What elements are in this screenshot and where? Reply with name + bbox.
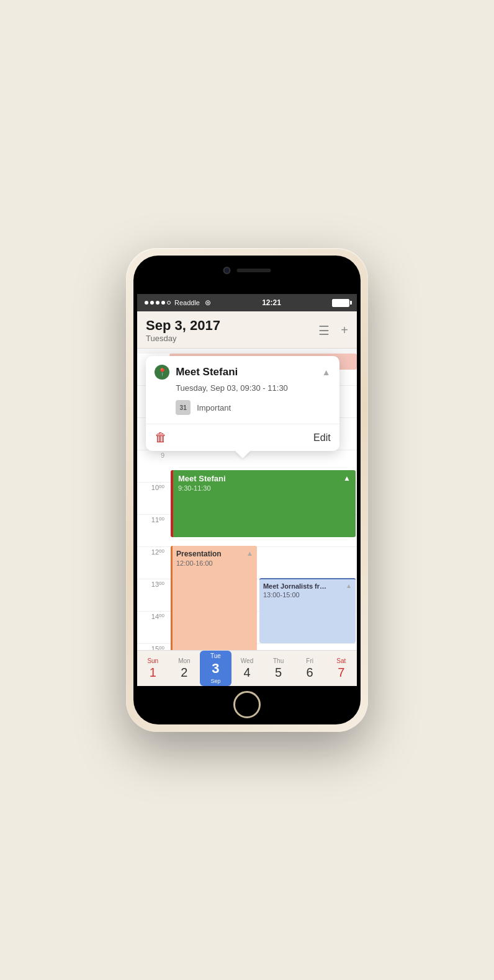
week-day-num-wed: 4 bbox=[243, 666, 250, 680]
week-day-thu[interactable]: Thu 5 bbox=[263, 651, 294, 686]
green-event-time: 9:30-11:30 bbox=[178, 484, 351, 492]
week-day-name-tue: Tue bbox=[210, 653, 221, 659]
week-day-name-mon: Mon bbox=[178, 657, 190, 664]
presentation-event[interactable]: Presentation ▲ 12:00-16:00 bbox=[171, 546, 257, 650]
edit-event-button[interactable]: Edit bbox=[313, 432, 331, 443]
popup-title-row: 📍 Meet Stefani ▲ bbox=[155, 365, 331, 380]
carrier-label: Readdle bbox=[174, 299, 200, 306]
week-day-fri[interactable]: Fri 6 bbox=[294, 651, 326, 686]
week-day-mon[interactable]: Mon 2 bbox=[169, 651, 200, 686]
header-date-block: Sep 3, 2017 Tuesday bbox=[146, 318, 220, 343]
popup-footer: 🗑 Edit bbox=[146, 424, 339, 451]
popup-bell-icon: ▲ bbox=[322, 367, 331, 377]
blue-event-title: Meet Jornalists fr… bbox=[263, 582, 326, 590]
header-actions: ☰ + bbox=[318, 323, 348, 338]
week-day-name-sun: Sun bbox=[147, 657, 158, 664]
popup-calendar-row: 31 Important bbox=[176, 400, 331, 415]
signal-dot-2 bbox=[150, 301, 154, 305]
week-day-num-sun: 1 bbox=[150, 666, 156, 680]
menu-button[interactable]: ☰ bbox=[318, 323, 330, 338]
week-day-sub-tue: Sep bbox=[210, 678, 220, 684]
time-label-12: 1200 bbox=[137, 547, 169, 579]
battery-icon bbox=[332, 299, 349, 307]
orange-event-time: 12:00-16:00 bbox=[176, 559, 253, 567]
phone-screen-frame: Readdle ⊛ 12:21 Sep 3, 2017 Tuesday ☰ + bbox=[133, 256, 361, 724]
week-day-num-sat: 7 bbox=[338, 666, 344, 680]
location-icon: 📍 bbox=[155, 365, 169, 380]
status-left: Readdle ⊛ bbox=[145, 298, 211, 307]
journalists-event[interactable]: Meet Jornalists fr… ▲ 13:00-15:00 bbox=[259, 578, 356, 643]
phone-top-hardware bbox=[223, 267, 271, 274]
signal-dot-4 bbox=[161, 301, 165, 305]
home-button[interactable] bbox=[233, 691, 261, 718]
status-right bbox=[332, 299, 349, 307]
popup-datetime: Tuesday, Sep 03, 09:30 - 11:30 bbox=[176, 383, 331, 393]
header-date-sub: Tuesday bbox=[146, 334, 220, 343]
week-day-tue[interactable]: Tue 3 Sep bbox=[200, 651, 231, 686]
signal-dots bbox=[145, 301, 171, 305]
signal-dot-5 bbox=[167, 301, 171, 305]
time-label-13: 1300 bbox=[137, 579, 169, 611]
meet-stefani-event[interactable]: Meet Stefani ▲ 9:30-11:30 bbox=[171, 470, 356, 537]
week-day-sun[interactable]: Sun 1 bbox=[137, 651, 169, 686]
week-day-num-thu: 5 bbox=[275, 666, 282, 680]
week-day-name-wed: Wed bbox=[241, 657, 253, 664]
week-day-sat[interactable]: Sat 7 bbox=[325, 651, 357, 686]
week-day-num-fri: 6 bbox=[307, 666, 313, 680]
camera-dot bbox=[223, 267, 231, 274]
week-day-num-tue: 3 bbox=[212, 661, 219, 677]
week-day-num-mon: 2 bbox=[181, 666, 187, 680]
week-bar: Sun 1 Mon 2 Tue 3 Sep Wed 4 bbox=[137, 650, 357, 686]
week-day-wed[interactable]: Wed 4 bbox=[231, 651, 263, 686]
week-day-name-fri: Fri bbox=[306, 657, 313, 664]
blue-event-time: 13:00-15:00 bbox=[263, 591, 352, 599]
event-popup[interactable]: 📍 Meet Stefani ▲ Tuesday, Sep 03, 09:30 … bbox=[146, 356, 339, 451]
week-day-name-thu: Thu bbox=[273, 657, 284, 664]
popup-event-title: Meet Stefani bbox=[176, 366, 238, 378]
add-event-button[interactable]: + bbox=[341, 323, 348, 337]
orange-event-title: Presentation bbox=[176, 550, 222, 558]
app-header: Sep 3, 2017 Tuesday ☰ + bbox=[137, 311, 357, 349]
popup-body: 📍 Meet Stefani ▲ Tuesday, Sep 03, 09:30 … bbox=[146, 356, 339, 424]
week-day-name-sat: Sat bbox=[336, 657, 346, 664]
delete-event-button[interactable]: 🗑 bbox=[155, 430, 167, 445]
time-label-10: 1000 bbox=[137, 483, 169, 514]
calendar-icon: 31 bbox=[176, 400, 191, 415]
blue-event-bell: ▲ bbox=[346, 582, 352, 589]
phone-device: Readdle ⊛ 12:21 Sep 3, 2017 Tuesday ☰ + bbox=[126, 248, 368, 732]
header-date-main: Sep 3, 2017 bbox=[146, 318, 220, 334]
status-time: 12:21 bbox=[262, 298, 281, 307]
orange-event-bell: ▲ bbox=[246, 550, 253, 557]
popup-arrow bbox=[235, 451, 250, 458]
popup-calendar-name: Important bbox=[197, 403, 231, 412]
status-bar: Readdle ⊛ 12:21 bbox=[137, 294, 357, 311]
green-event-bell: ▲ bbox=[343, 474, 351, 483]
speaker-bar bbox=[237, 269, 271, 272]
time-label-14: 1400 bbox=[137, 612, 169, 643]
wifi-icon: ⊛ bbox=[205, 298, 211, 307]
popup-title-left: 📍 Meet Stefani bbox=[155, 365, 238, 380]
app-screen: Readdle ⊛ 12:21 Sep 3, 2017 Tuesday ☰ + bbox=[137, 294, 357, 686]
calendar-body: 📍 Meet Stefani ▲ Tuesday, Sep 03, 09:30 … bbox=[137, 349, 357, 686]
signal-dot-1 bbox=[145, 301, 148, 305]
time-label-9: 9 bbox=[137, 450, 169, 482]
green-event-title: Meet Stefani bbox=[178, 474, 226, 483]
time-label-11: 1100 bbox=[137, 515, 169, 546]
time-label-15: 1500 bbox=[137, 644, 169, 650]
signal-dot-3 bbox=[156, 301, 159, 305]
